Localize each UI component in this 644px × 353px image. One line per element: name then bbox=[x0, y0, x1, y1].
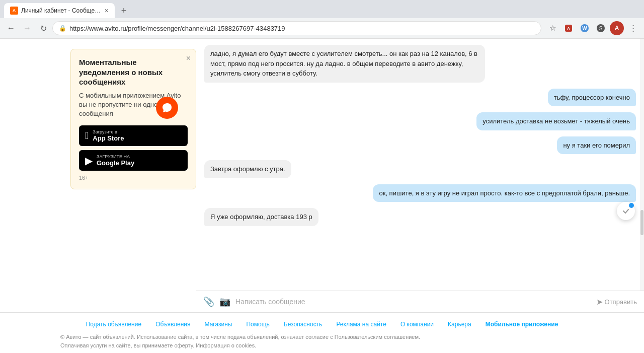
footer-link-stores[interactable]: Магазины bbox=[205, 321, 232, 328]
chat-area: ладно, я думал его будут вместе с усилит… bbox=[196, 39, 644, 312]
extension-icon3[interactable]: S bbox=[594, 21, 608, 35]
popup-card: × Моментальные уведомления о новых сообщ… bbox=[70, 49, 196, 189]
table-row: усилитель доставка не возьмет - тяжелый … bbox=[204, 112, 636, 130]
message-bubble-outgoing-4: ок, пишите, я в эту игру не играл просто… bbox=[373, 184, 636, 202]
footer-link-about[interactable]: О компании bbox=[400, 321, 434, 328]
popup-title: Моментальные уведомления о новых сообщен… bbox=[79, 57, 188, 87]
message-bubble-outgoing-3: ну я таки его померил bbox=[557, 136, 636, 155]
tab-favicon: A bbox=[10, 7, 18, 15]
copyright-line-2: Оплачивая услуги на сайте, вы принимаете… bbox=[60, 341, 584, 350]
google-play-icon: ▶ bbox=[85, 155, 93, 167]
table-row: ну я таки его померил bbox=[204, 136, 636, 155]
google-play-button[interactable]: ▶ ЗАГРУЗИТЕ НА Google Play bbox=[79, 150, 188, 171]
camera-icon[interactable]: 📷 bbox=[219, 296, 230, 307]
footer-link-advertising[interactable]: Реклама на сайте bbox=[336, 321, 386, 328]
app-store-text: Загрузите в App Store bbox=[93, 129, 124, 142]
table-row: ок, пишите, я в эту игру не играл просто… bbox=[204, 184, 636, 202]
back-button[interactable]: ← bbox=[4, 21, 18, 35]
apple-icon:  bbox=[85, 130, 89, 142]
svg-text:S: S bbox=[599, 26, 603, 31]
table-row: Завтра оформлю с утра. bbox=[204, 160, 636, 178]
profile-avatar[interactable]: A bbox=[610, 21, 624, 35]
google-play-small-label: ЗАГРУЗИТЕ НА bbox=[97, 154, 134, 159]
browser-chrome: A Личный кабинет - Сообщения - А... × + … bbox=[0, 0, 644, 39]
forward-button[interactable]: → bbox=[20, 21, 34, 35]
extension-icon1[interactable]: A bbox=[561, 21, 576, 35]
app-store-large-label: App Store bbox=[93, 134, 124, 142]
message-bubble-incoming-1: ладно, я думал его будут вместе с усилит… bbox=[204, 45, 485, 83]
footer-copyright: © Авито — сайт объявлений. Использование… bbox=[0, 331, 644, 351]
address-bar[interactable]: 🔒 https://www.avito.ru/profile/messenger… bbox=[52, 21, 541, 35]
age-label: 16+ bbox=[79, 175, 188, 181]
send-label: Отправить bbox=[605, 298, 637, 306]
footer-link-post[interactable]: Подать объявление bbox=[86, 321, 141, 328]
chat-input-area: 📎 📷 ➤ Отправить bbox=[196, 291, 644, 312]
notification-popup: × Моментальные уведомления о новых сообщ… bbox=[70, 49, 196, 189]
lock-icon: 🔒 bbox=[59, 25, 66, 32]
table-row: Я уже оформляю, доставка 193 р bbox=[204, 208, 636, 226]
check-bubble[interactable] bbox=[617, 202, 635, 220]
extension-icon2[interactable]: W bbox=[578, 21, 592, 35]
main-content: × Моментальные уведомления о новых сообщ… bbox=[0, 39, 644, 312]
notification-badge bbox=[156, 97, 178, 119]
footer-link-help[interactable]: Помощь bbox=[246, 321, 269, 328]
popup-close-button[interactable]: × bbox=[186, 54, 191, 62]
send-icon: ➤ bbox=[596, 297, 603, 307]
table-row: ладно, я думал его будут вместе с усилит… bbox=[204, 45, 636, 83]
message-bubble-incoming-2: Завтра оформлю с утра. bbox=[204, 160, 291, 178]
footer-link-ads[interactable]: Объявления bbox=[155, 321, 190, 328]
scrollbar-track[interactable] bbox=[640, 39, 644, 291]
nav-bar: ← → ↻ 🔒 https://www.avito.ru/profile/mes… bbox=[0, 18, 644, 38]
message-bubble-outgoing-1: тьфу, процессор конечно bbox=[548, 89, 636, 107]
attachment-icon[interactable]: 📎 bbox=[203, 296, 214, 307]
message-bubble-outgoing-2: усилитель доставка не возьмет - тяжелый … bbox=[476, 112, 636, 130]
page: × Моментальные уведомления о новых сообщ… bbox=[0, 39, 644, 353]
reload-button[interactable]: ↻ bbox=[36, 21, 50, 35]
google-play-text: ЗАГРУЗИТЕ НА Google Play bbox=[97, 154, 134, 167]
app-store-small-label: Загрузите в bbox=[93, 129, 124, 134]
tab-close-btn[interactable]: × bbox=[105, 7, 109, 15]
svg-text:W: W bbox=[582, 26, 587, 31]
menu-button[interactable]: ⋮ bbox=[626, 21, 640, 35]
message-bubble-incoming-3: Я уже оформляю, доставка 193 р bbox=[204, 208, 318, 226]
chat-scroll-container[interactable]: ладно, я думал его будут вместе с усилит… bbox=[196, 39, 644, 291]
app-store-button[interactable]:  Загрузите в App Store bbox=[79, 125, 188, 146]
send-button[interactable]: ➤ Отправить bbox=[596, 297, 637, 307]
footer-link-mobile[interactable]: Мобильное приложение bbox=[486, 321, 558, 328]
scrollbar-thumb[interactable] bbox=[640, 210, 643, 235]
active-tab[interactable]: A Личный кабинет - Сообщения - А... × bbox=[4, 3, 115, 18]
tab-bar: A Личный кабинет - Сообщения - А... × + bbox=[0, 0, 644, 18]
footer-links: Подать объявление Объявления Магазины По… bbox=[0, 318, 644, 331]
tab-title: Личный кабинет - Сообщения - А... bbox=[21, 7, 102, 14]
footer-link-safety[interactable]: Безопасность bbox=[284, 321, 323, 328]
message-input[interactable] bbox=[235, 298, 591, 306]
nav-icons-right: ☆ A W S A ⋮ bbox=[545, 21, 640, 35]
new-tab-button[interactable]: + bbox=[117, 4, 131, 18]
url-text: https://www.avito.ru/profile/messenger/c… bbox=[69, 25, 535, 32]
google-play-large-label: Google Play bbox=[97, 159, 134, 167]
chat-messages: ладно, я думал его будут вместе с усилит… bbox=[196, 39, 644, 291]
bookmark-icon[interactable]: ☆ bbox=[545, 21, 559, 35]
svg-text:A: A bbox=[567, 26, 571, 31]
copyright-line-1: © Авито — сайт объявлений. Использование… bbox=[60, 333, 584, 341]
table-row: тьфу, процессор конечно bbox=[204, 89, 636, 107]
unread-dot bbox=[629, 203, 634, 208]
footer-link-career[interactable]: Карьера bbox=[448, 321, 471, 328]
footer: Подать объявление Объявления Магазины По… bbox=[0, 312, 644, 353]
